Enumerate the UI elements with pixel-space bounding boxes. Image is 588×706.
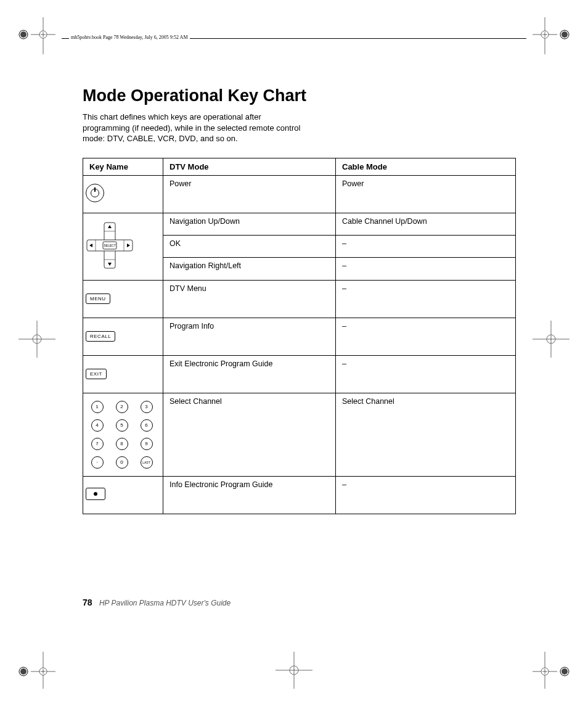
svg-point-21	[560, 667, 569, 676]
header-meta-text: mh5pohtv.book Page 78 Wednesday, July 6,…	[69, 35, 190, 40]
record-dot-icon	[86, 488, 105, 500]
crop-mark-icon	[18, 17, 55, 54]
svg-point-4	[39, 31, 47, 38]
cell-dtv: OK	[163, 235, 336, 257]
keypad-key: 0	[116, 456, 128, 469]
cell-dtv: Program Info	[163, 318, 336, 355]
cell-dtv: Navigation Right/Left	[163, 258, 336, 280]
crop-mark-icon	[533, 652, 570, 689]
svg-point-28	[290, 666, 298, 675]
cell-dtv: Info Electronic Program Guide	[163, 476, 336, 514]
svg-point-6	[561, 31, 568, 38]
crop-mark-icon	[533, 321, 570, 358]
svg-point-5	[560, 30, 569, 39]
dpad-icon: SELECT	[86, 221, 134, 269]
table-row: Info Electronic Program Guide –	[83, 476, 516, 514]
keypad-key: LAST	[141, 456, 153, 469]
page-title: Mode Operational Key Chart	[83, 86, 526, 105]
cell-cable: Cable Channel Up/Down	[336, 213, 516, 235]
svg-point-20	[39, 668, 47, 675]
table-row: Power Power	[83, 175, 516, 213]
col-dtv-mode: DTV Mode	[163, 158, 336, 175]
svg-point-12	[33, 335, 41, 343]
cell-cable: –	[336, 355, 516, 393]
svg-point-1	[20, 31, 27, 38]
svg-point-9	[541, 31, 549, 38]
table-row: 1 2 3 4 5 6 7 8 9 · 0 LAST Select Channe…	[83, 393, 516, 476]
cell-cable: Select Channel	[336, 393, 516, 476]
crop-mark-icon	[18, 321, 55, 358]
crop-mark-icon	[533, 17, 570, 54]
cell-dtv: Navigation Up/Down	[163, 213, 336, 235]
cell-dtv: Select Channel	[163, 393, 336, 476]
keypad-key: 5	[116, 419, 128, 432]
recall-button-icon: RECALL	[86, 331, 115, 342]
table-row: RECALL Program Info –	[83, 318, 516, 355]
keypad-key: 9	[141, 438, 153, 450]
table-row: MENU DTV Menu –	[83, 280, 516, 318]
cell-cable: Power	[336, 175, 516, 213]
cell-dtv: Exit Electronic Program Guide	[163, 355, 336, 393]
cell-cable: –	[336, 235, 516, 257]
cell-cable: –	[336, 258, 516, 280]
keypad-key: 6	[141, 419, 153, 432]
cell-dtv: DTV Menu	[163, 280, 336, 318]
keypad-key: 3	[141, 401, 153, 413]
cell-dtv: Power	[163, 175, 336, 213]
svg-point-0	[19, 30, 28, 39]
power-icon	[86, 184, 104, 202]
svg-point-25	[541, 668, 549, 675]
page-footer: 78 HP Pavilion Plasma HDTV User's Guide	[83, 597, 231, 607]
svg-point-16	[19, 667, 28, 676]
table-row: SELECT Navigation Up/Down Cable Channel …	[83, 213, 516, 235]
table-header-row: Key Name DTV Mode Cable Mode	[83, 158, 516, 175]
cell-cable: –	[336, 280, 516, 318]
keypad-key: ·	[91, 456, 104, 469]
svg-point-17	[20, 668, 27, 675]
intro-paragraph: This chart defines which keys are operat…	[83, 112, 304, 144]
exit-button-icon: EXIT	[86, 369, 107, 379]
table-row: EXIT Exit Electronic Program Guide –	[83, 355, 516, 393]
key-chart-table: Key Name DTV Mode Cable Mode Power Power…	[83, 158, 516, 514]
keypad-key: 4	[91, 419, 104, 432]
menu-button-icon: MENU	[86, 293, 110, 304]
numeric-keypad-icon: 1 2 3 4 5 6 7 8 9 · 0 LAST	[86, 398, 160, 471]
svg-point-15	[547, 335, 555, 343]
cell-cable: –	[336, 318, 516, 355]
dpad-select-label: SELECT	[104, 244, 115, 247]
col-key-name: Key Name	[83, 158, 163, 175]
svg-point-22	[561, 668, 568, 675]
guide-title: HP Pavilion Plasma HDTV User's Guide	[99, 599, 231, 607]
cell-cable: –	[336, 476, 516, 514]
keypad-key: 8	[116, 438, 128, 450]
crop-mark-icon	[276, 652, 312, 689]
keypad-key: 7	[91, 438, 104, 450]
col-cable-mode: Cable Mode	[336, 158, 516, 175]
page-number: 78	[83, 597, 92, 607]
keypad-key: 2	[116, 401, 128, 413]
crop-mark-icon	[18, 652, 55, 689]
keypad-key: 1	[91, 401, 104, 413]
